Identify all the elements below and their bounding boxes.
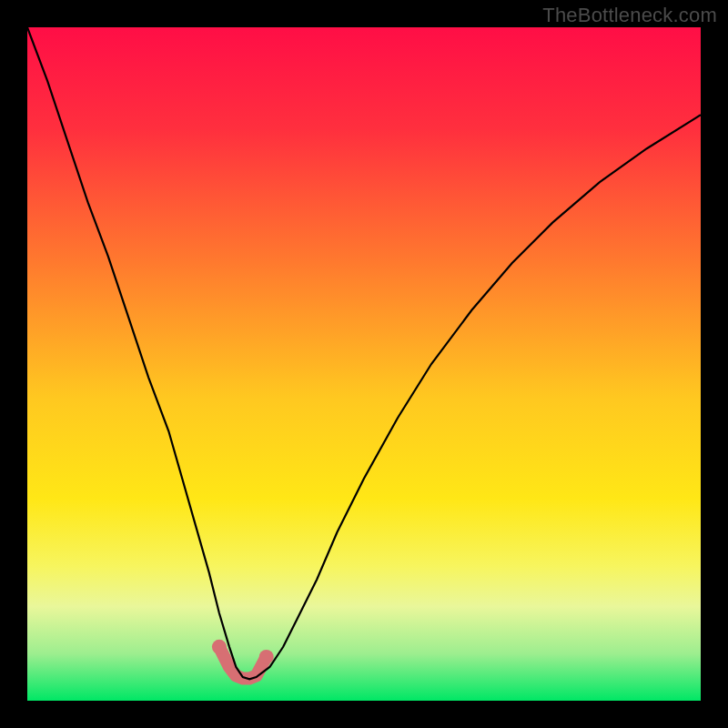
valley-dot-right [259, 650, 274, 664]
bottleneck-curve-path [27, 27, 701, 679]
chart-frame: TheBottleneck.com [0, 0, 728, 728]
watermark-text: TheBottleneck.com [542, 4, 717, 27]
curve-layer [27, 27, 701, 701]
valley-dot-left [212, 640, 227, 654]
plot-area [27, 27, 701, 701]
